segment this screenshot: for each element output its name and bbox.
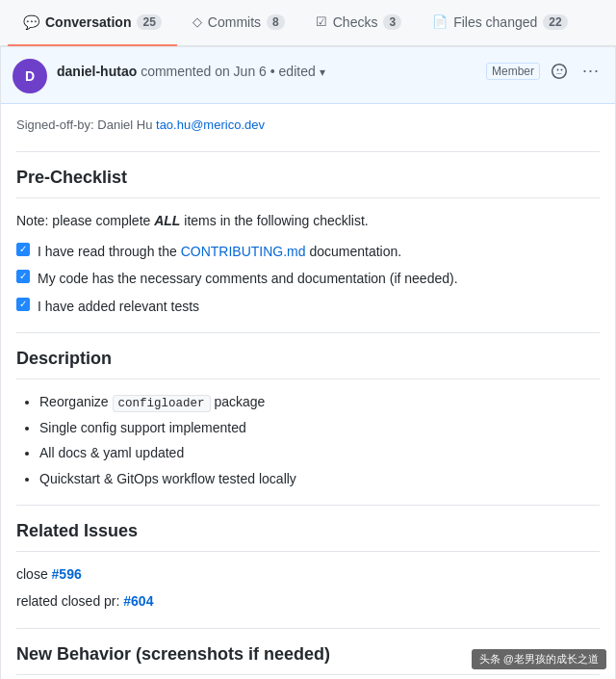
divider-3: [16, 505, 600, 506]
prechecklist-title: Pre-Checklist: [16, 164, 600, 198]
divider-2: [16, 332, 600, 333]
divider-1: [16, 151, 600, 152]
tab-conversation-label: Conversation: [45, 14, 131, 30]
comment-meta-area: daniel-hutao commented on Jun 6 • edited…: [57, 57, 603, 85]
divider-4: [16, 628, 600, 629]
checklist-item-2: My code has the necessary comments and d…: [16, 268, 600, 289]
comment-header: D daniel-hutao commented on Jun 6 • edit…: [1, 47, 615, 104]
checkbox-3[interactable]: [16, 298, 30, 311]
more-options-button[interactable]: ···: [578, 57, 603, 85]
prechecklist-note: Note: please complete ALL items in the f…: [16, 210, 600, 231]
tab-files-changed-label: Files changed: [453, 14, 537, 30]
watermark: 头条 @老男孩的成长之道: [472, 649, 606, 669]
edited-arrow: ▾: [320, 65, 325, 79]
comment-author[interactable]: daniel-hutao: [57, 64, 137, 79]
edited-dropdown[interactable]: edited: [279, 64, 316, 79]
content-area: D daniel-hutao commented on Jun 6 • edit…: [0, 46, 616, 679]
checklist: I have read through the CONTRIBUTING.md …: [16, 241, 600, 317]
ellipsis-icon: ···: [582, 61, 600, 81]
avatar: D: [13, 59, 47, 93]
tab-files-changed-badge: 22: [543, 14, 567, 30]
signoff-email[interactable]: tao.hu@merico.dev: [156, 118, 265, 132]
checks-icon: ☑: [316, 14, 327, 29]
tab-bar: 💬 Conversation 25 ◇ Commits 8 ☑ Checks 3…: [0, 0, 616, 46]
related-issues-title: Related Issues: [16, 517, 600, 552]
comment-action: commented on Jun 6 •: [141, 64, 278, 79]
checklist-item-3: I have added relevant tests: [16, 296, 600, 317]
files-changed-icon: 📄: [432, 14, 448, 29]
issue-596-link[interactable]: #596: [52, 566, 82, 582]
member-badge: Member: [486, 63, 540, 80]
comment-body: Signed-off-by: Daniel Hu tao.hu@merico.d…: [1, 104, 615, 679]
description-title: Description: [16, 345, 600, 379]
checklist-item-1: I have read through the CONTRIBUTING.md …: [16, 241, 600, 262]
desc-item-1: Reorganize configloader package: [39, 391, 600, 413]
tab-conversation-badge: 25: [137, 14, 161, 30]
tab-commits-label: Commits: [208, 14, 261, 30]
checkbox-1[interactable]: [16, 243, 30, 256]
tab-commits[interactable]: ◇ Commits 8: [177, 0, 300, 46]
issue-604-link[interactable]: #604: [123, 593, 153, 609]
issue-ref-2: related closed pr: #604: [16, 590, 600, 612]
configloader-code: configloader: [113, 395, 211, 412]
contributing-link[interactable]: CONTRIBUTING.md: [181, 244, 306, 259]
desc-item-3: All docs & yaml updated: [39, 442, 600, 463]
smiley-button[interactable]: [548, 60, 571, 83]
signoff-line: Signed-off-by: Daniel Hu tao.hu@merico.d…: [16, 116, 600, 136]
desc-item-4: Quickstart & GitOps workflow tested loca…: [39, 468, 600, 489]
note-bold: ALL: [154, 213, 180, 228]
issue-ref-1: close #596: [16, 563, 600, 585]
commits-icon: ◇: [192, 14, 202, 29]
checkbox-2[interactable]: [16, 270, 30, 283]
tab-files-changed[interactable]: 📄 Files changed 22: [417, 0, 583, 46]
description-list: Reorganize configloader package Single c…: [16, 391, 600, 489]
tab-checks-label: Checks: [333, 14, 378, 30]
comment-author-line: daniel-hutao commented on Jun 6 • edited…: [57, 64, 325, 79]
tab-commits-badge: 8: [267, 14, 285, 30]
tab-conversation[interactable]: 💬 Conversation 25: [8, 0, 177, 46]
tab-checks[interactable]: ☑ Checks 3: [300, 0, 417, 46]
tab-checks-badge: 3: [383, 14, 401, 30]
desc-item-2: Single config support implemented: [39, 417, 600, 438]
comment-actions: Member ···: [486, 57, 603, 85]
conversation-icon: 💬: [23, 14, 39, 30]
